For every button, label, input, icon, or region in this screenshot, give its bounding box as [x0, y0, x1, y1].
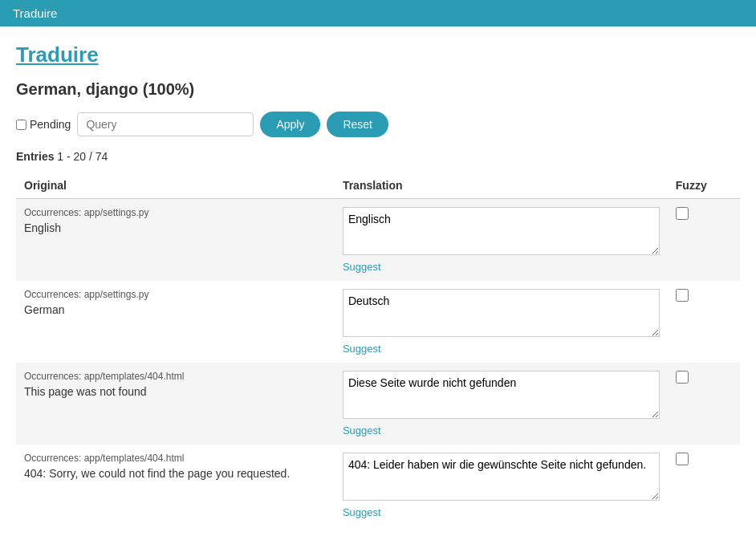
- top-bar-label: Traduire: [13, 6, 57, 20]
- col-header-translation: Translation: [335, 173, 668, 199]
- entries-label: Entries: [16, 150, 54, 163]
- entries-range: 1 - 20 / 74: [57, 150, 108, 163]
- translation-textarea[interactable]: Englisch: [343, 207, 660, 255]
- col-header-fuzzy: Fuzzy: [668, 173, 740, 199]
- top-bar: Traduire: [0, 0, 756, 26]
- main-content: Traduire German, django (100%) Pending A…: [0, 26, 756, 540]
- original-cell: Occurrences: app/settings.py German: [16, 281, 335, 363]
- original-text: 404: Sorry, we could not find the page y…: [24, 467, 327, 480]
- page-subtitle: German, django (100%): [16, 80, 740, 99]
- suggest-link[interactable]: Suggest: [343, 424, 381, 436]
- suggest-link[interactable]: Suggest: [343, 261, 381, 273]
- occurrence-text: Occurrences: app/settings.py: [24, 289, 327, 300]
- translation-table: Original Translation Fuzzy Occurrences: …: [16, 173, 740, 526]
- fuzzy-checkbox[interactable]: [676, 453, 689, 465]
- page-title[interactable]: Traduire: [16, 43, 740, 67]
- translation-cell: Englisch Suggest: [335, 199, 668, 282]
- original-text: German: [24, 303, 327, 316]
- pending-checkbox[interactable]: [16, 120, 26, 130]
- suggest-link[interactable]: Suggest: [343, 343, 381, 355]
- fuzzy-cell: [668, 281, 740, 363]
- translation-cell: Deutsch Suggest: [335, 281, 668, 363]
- fuzzy-checkbox[interactable]: [676, 371, 689, 384]
- entries-info: Entries 1 - 20 / 74: [16, 150, 740, 163]
- fuzzy-checkbox[interactable]: [676, 289, 689, 302]
- original-text: English: [24, 221, 327, 234]
- translation-textarea[interactable]: 404: Leider haben wir die gewünschte Sei…: [343, 453, 660, 501]
- original-text: This page was not found: [24, 385, 327, 398]
- fuzzy-checkbox[interactable]: [676, 207, 689, 220]
- translation-textarea[interactable]: Diese Seite wurde nicht gefunden: [343, 371, 660, 419]
- table-row: Occurrences: app/templates/404.html 404:…: [16, 445, 740, 526]
- reset-button[interactable]: Reset: [327, 112, 388, 137]
- original-cell: Occurrences: app/templates/404.html This…: [16, 363, 335, 445]
- table-row: Occurrences: app/settings.py English Eng…: [16, 199, 740, 282]
- suggest-link[interactable]: Suggest: [343, 506, 381, 518]
- fuzzy-cell: [668, 363, 740, 445]
- original-cell: Occurrences: app/templates/404.html 404:…: [16, 445, 335, 526]
- occurrence-text: Occurrences: app/templates/404.html: [24, 371, 327, 382]
- col-header-original: Original: [16, 173, 335, 199]
- translation-cell: Diese Seite wurde nicht gefunden Suggest: [335, 363, 668, 445]
- translation-textarea[interactable]: Deutsch: [343, 289, 660, 337]
- translation-cell: 404: Leider haben wir die gewünschte Sei…: [335, 445, 668, 526]
- pending-text: Pending: [30, 118, 71, 131]
- table-row: Occurrences: app/templates/404.html This…: [16, 363, 740, 445]
- query-input[interactable]: [77, 112, 254, 136]
- original-cell: Occurrences: app/settings.py English: [16, 199, 335, 282]
- filter-bar: Pending Apply Reset: [16, 112, 740, 137]
- fuzzy-cell: [668, 199, 740, 282]
- fuzzy-cell: [668, 445, 740, 526]
- table-row: Occurrences: app/settings.py German Deut…: [16, 281, 740, 363]
- occurrence-text: Occurrences: app/settings.py: [24, 207, 327, 218]
- occurrence-text: Occurrences: app/templates/404.html: [24, 453, 327, 464]
- pending-label[interactable]: Pending: [16, 118, 71, 131]
- apply-button[interactable]: Apply: [260, 112, 320, 137]
